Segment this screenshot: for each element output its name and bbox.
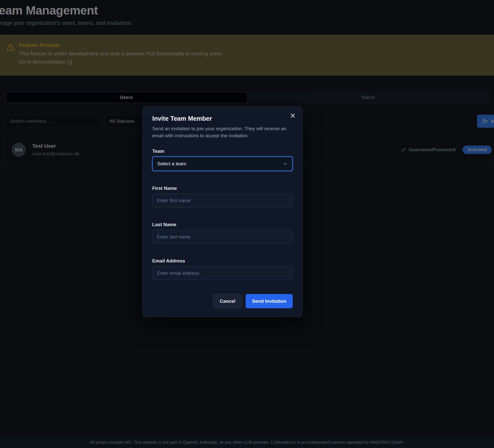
- send-invitation-button[interactable]: Send Invitation: [246, 294, 293, 308]
- email-label: Email Address: [152, 258, 293, 264]
- team-label: Team: [152, 148, 293, 154]
- modal-title: Invite Team Member: [152, 115, 293, 122]
- team-select-value: Select a team: [157, 161, 186, 167]
- team-select[interactable]: Select a team: [152, 157, 293, 171]
- modal-actions: Cancel Send Invitation: [152, 294, 293, 308]
- modal-description: Send an invitation to join your organiza…: [152, 125, 293, 139]
- first-name-label: First Name: [152, 186, 293, 191]
- close-icon[interactable]: ✕: [290, 112, 296, 119]
- last-name-field[interactable]: [152, 230, 293, 244]
- first-name-field[interactable]: [152, 194, 293, 207]
- cancel-button[interactable]: Cancel: [213, 294, 242, 308]
- email-field[interactable]: [152, 266, 293, 280]
- invite-team-member-modal: ✕ Invite Team Member Send an invitation …: [142, 106, 302, 317]
- last-name-label: Last Name: [152, 222, 293, 227]
- chevron-down-icon: [283, 161, 288, 166]
